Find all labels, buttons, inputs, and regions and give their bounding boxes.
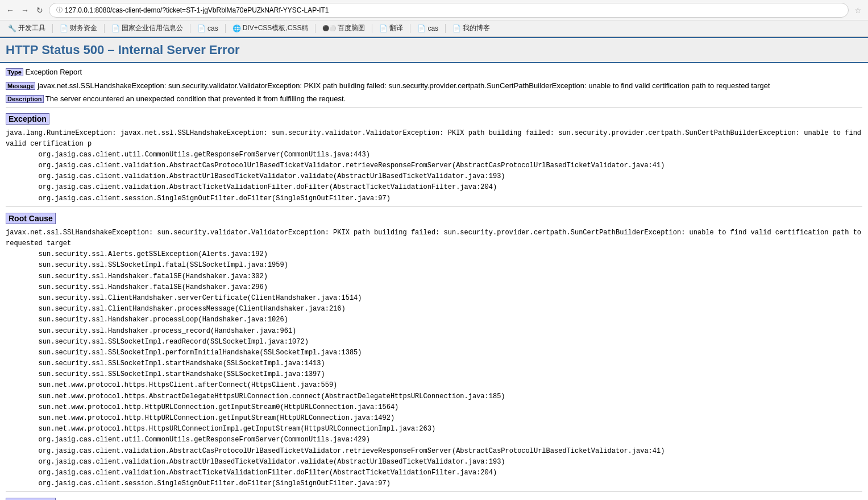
- bookmark-label-mindmap: 百度脑图: [338, 23, 365, 33]
- bookmark-icon-mindmap: ⚫⚪: [322, 25, 336, 31]
- browser-chrome: ← → ↻ ⓘ ☆ 🔧 开发工具 📄 财务资金 📄 国家企业信用信息公 📄 ca…: [0, 0, 868, 37]
- bookmark-icon-enterprise: 📄: [111, 24, 120, 32]
- bookmark-divider-1: [52, 24, 53, 33]
- type-label: Type: [6, 68, 23, 76]
- divider-1: [6, 107, 862, 108]
- bookmark-star-button[interactable]: ☆: [852, 5, 863, 16]
- bookmark-divider-7: [410, 24, 410, 33]
- bookmark-icon-css: 🌐: [232, 24, 241, 32]
- bookmark-cas-2[interactable]: 📄 cas: [414, 23, 442, 34]
- bookmark-translate[interactable]: 📄 翻译: [376, 22, 406, 34]
- bookmark-divider-4: [225, 24, 226, 33]
- bookmark-css[interactable]: 🌐 DIV+CSS模板,CSS精: [229, 22, 312, 34]
- bookmark-divider-5: [315, 24, 315, 33]
- root-cause-1-trace: javax.net.ssl.SSLHandshakeException: sun…: [6, 228, 862, 490]
- bookmark-icon-translate: 📄: [379, 24, 388, 32]
- bookmark-icon-blog: 📄: [452, 24, 461, 32]
- bookmark-divider-6: [372, 24, 372, 33]
- bookmark-icon-cas-1: 📄: [197, 24, 206, 32]
- message-row: Message javax.net.ssl.SSLHandshakeExcept…: [6, 80, 862, 92]
- bookmark-divider-8: [445, 24, 446, 33]
- error-details: Type Exception Report Message javax.net.…: [0, 63, 868, 500]
- bookmark-label-enterprise: 国家企业信用信息公: [122, 23, 183, 33]
- bookmark-label-translate: 翻译: [389, 23, 403, 33]
- type-value-text: Exception Report: [25, 68, 82, 76]
- bookmark-divider-3: [190, 24, 190, 33]
- bookmark-devtools[interactable]: 🔧 开发工具: [5, 22, 49, 34]
- exception-section: Exception java.lang.RuntimeException: ja…: [6, 110, 862, 204]
- description-value-text: The server encountered an unexpected con…: [45, 94, 346, 103]
- refresh-button[interactable]: ↻: [34, 5, 45, 16]
- bookmark-label-devtools: 开发工具: [18, 23, 45, 33]
- bookmark-enterprise[interactable]: 📄 国家企业信用信息公: [108, 22, 186, 34]
- bookmark-mindmap[interactable]: ⚫⚪ 百度脑图: [319, 22, 368, 34]
- bookmark-finance[interactable]: 📄 财务资金: [56, 22, 101, 34]
- message-label: Message: [6, 82, 35, 90]
- root-cause-1-label: Root Cause: [6, 213, 56, 224]
- page-title: HTTP Status 500 – Internal Server Error: [6, 43, 862, 57]
- http-status-header: HTTP Status 500 – Internal Server Error: [0, 37, 868, 63]
- message-value-text: javax.net.ssl.SSLHandshakeException: sun…: [38, 81, 770, 90]
- back-button[interactable]: ←: [5, 5, 16, 16]
- bookmarks-bar: 🔧 开发工具 📄 财务资金 📄 国家企业信用信息公 📄 cas 🌐 DIV+CS…: [0, 20, 868, 36]
- forward-button[interactable]: →: [19, 5, 31, 16]
- address-bar[interactable]: ⓘ: [49, 3, 849, 18]
- bookmark-blog[interactable]: 📄 我的博客: [449, 22, 493, 34]
- page-content: HTTP Status 500 – Internal Server Error …: [0, 37, 868, 500]
- root-cause-2-label: Root Cause: [6, 498, 56, 500]
- browser-toolbar: ← → ↻ ⓘ ☆: [0, 0, 868, 20]
- bookmark-divider-2: [104, 24, 105, 33]
- description-label: Description: [6, 95, 44, 103]
- bookmark-icon-finance: 📄: [60, 24, 68, 32]
- divider-3: [6, 491, 862, 492]
- bookmark-cas-1[interactable]: 📄 cas: [194, 23, 222, 34]
- bookmark-label-cas-1: cas: [207, 24, 218, 32]
- root-cause-1-section: Root Cause javax.net.ssl.SSLHandshakeExc…: [6, 209, 862, 490]
- bookmark-icon-devtools: 🔧: [8, 24, 16, 32]
- exception-label: Exception: [6, 113, 49, 125]
- bookmark-label-cas-2: cas: [427, 24, 438, 32]
- bookmark-label-css: DIV+CSS模板,CSS精: [243, 23, 309, 33]
- description-row: Description The server encountered an un…: [6, 93, 862, 105]
- exception-trace: java.lang.RuntimeException: javax.net.ss…: [6, 128, 862, 204]
- bookmark-label-finance: 财务资金: [70, 23, 97, 33]
- bookmark-label-blog: 我的博客: [463, 23, 490, 33]
- type-row: Type Exception Report: [6, 67, 862, 78]
- root-cause-2-section: Root Cause sun.security.validator.Valida…: [6, 494, 862, 500]
- url-input[interactable]: [65, 6, 841, 14]
- divider-2: [6, 206, 862, 207]
- bookmark-icon-cas-2: 📄: [417, 24, 426, 32]
